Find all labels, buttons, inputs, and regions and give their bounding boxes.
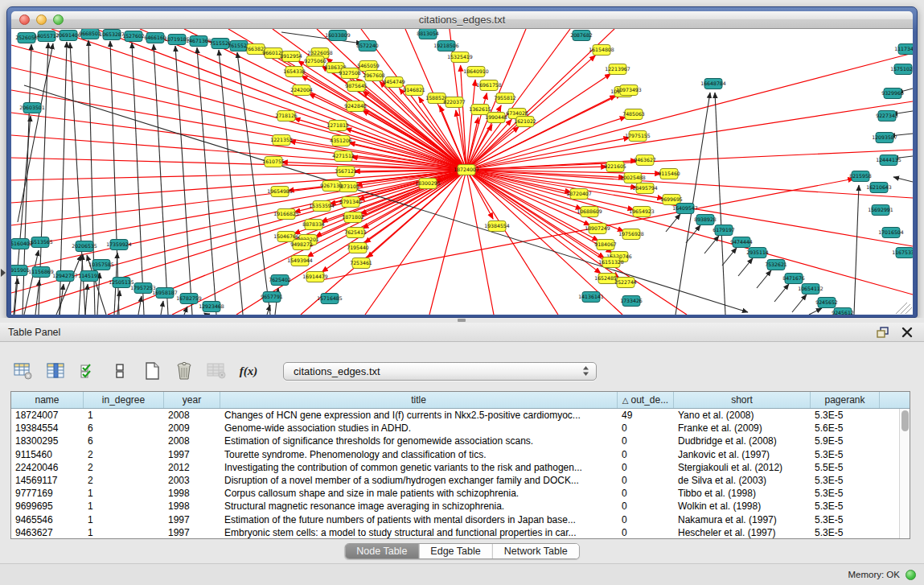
- graph-node[interactable]: 1871802: [342, 212, 364, 223]
- column-header-out_de[interactable]: △out_de...: [618, 392, 674, 408]
- graph-node[interactable]: 14136141: [578, 292, 604, 303]
- graph-node[interactable]: 19218506: [433, 41, 459, 51]
- graph-node[interactable]: 10654112: [798, 284, 823, 295]
- graph-node[interactable]: 4351206: [330, 136, 352, 146]
- column-header-title[interactable]: title: [220, 392, 618, 408]
- table-row[interactable]: 1938455462009Genome-wide association stu…: [11, 422, 910, 435]
- graph-node[interactable]: 1990448: [485, 113, 507, 123]
- graph-node[interactable]: 16961758: [476, 80, 502, 91]
- memory-status-indicator[interactable]: [906, 570, 916, 580]
- graph-node[interactable]: 9115460: [658, 169, 680, 179]
- window-titlebar[interactable]: citations_edges.txt: [11, 11, 913, 29]
- graph-node[interactable]: 1621022: [514, 117, 536, 127]
- graph-node[interactable]: 8791340: [339, 197, 362, 208]
- resize-grip[interactable]: [896, 303, 912, 314]
- table-select-dropdown[interactable]: citations_edges.txt: [283, 362, 597, 381]
- graph-node[interactable]: 15325419: [447, 52, 473, 63]
- function-builder-icon[interactable]: f(x): [238, 360, 259, 381]
- network-canvas[interactable]: 2526050140557172069140696685011065328715…: [11, 29, 913, 315]
- graph-node[interactable]: 15692991: [868, 205, 893, 216]
- graph-node[interactable]: 3567121: [335, 167, 357, 177]
- graph-node[interactable]: 9463627: [634, 155, 656, 166]
- graph-node[interactable]: 10688609: [577, 207, 602, 217]
- graph-node[interactable]: 9245652: [815, 298, 838, 308]
- graph-node[interactable]: 3915901: [11, 266, 30, 276]
- graph-node[interactable]: 18720407: [566, 189, 592, 200]
- table-row[interactable]: 1872400712008Changes of HCN gene express…: [11, 409, 910, 422]
- graph-node[interactable]: 9242848: [344, 101, 367, 112]
- table-row[interactable]: 969969511998Structural magnetic resonanc…: [11, 500, 910, 513]
- graph-node[interactable]: 20603501: [19, 103, 45, 113]
- graph-node[interactable]: 1654338: [283, 67, 306, 77]
- delete-column-trash-icon[interactable]: [174, 360, 195, 381]
- graph-node[interactable]: 9498272: [290, 240, 313, 250]
- graph-node[interactable]: 10357585: [88, 260, 114, 270]
- graph-node[interactable]: 12923468: [199, 302, 224, 312]
- graph-node[interactable]: 16648784: [700, 79, 726, 89]
- column-header-name[interactable]: name: [11, 392, 84, 408]
- graph-node[interactable]: 2522744: [614, 278, 637, 288]
- tab-edge-table[interactable]: Edge Table: [419, 544, 492, 558]
- graph-node[interactable]: 8938928: [694, 215, 717, 225]
- graph-node[interactable]: 8813054: [417, 29, 439, 39]
- vertical-scrollbar[interactable]: [899, 409, 910, 538]
- graph-node[interactable]: 18724007: [454, 165, 479, 175]
- table-mode-icon[interactable]: [13, 360, 34, 381]
- float-panel-icon[interactable]: [876, 326, 890, 339]
- graph-node[interactable]: 11173471: [894, 44, 913, 55]
- graph-node[interactable]: 15751024: [890, 64, 913, 75]
- graph-node[interactable]: 16409547: [672, 204, 698, 214]
- close-window-button[interactable]: [19, 14, 30, 25]
- graph-node[interactable]: 16033809: [325, 31, 351, 41]
- graph-node[interactable]: 4271512: [332, 151, 355, 162]
- table-row[interactable]: 946362711997Embryonic stem cells: a mode…: [11, 526, 910, 539]
- show-columns-icon[interactable]: [45, 360, 66, 381]
- graph-node[interactable]: 7955812: [494, 93, 516, 104]
- graph-node[interactable]: 18907249: [585, 224, 610, 234]
- graph-node[interactable]: 12942757: [52, 271, 78, 282]
- graph-node[interactable]: 9875645: [345, 81, 368, 92]
- graph-node[interactable]: 18300295: [415, 179, 441, 189]
- graph-node[interactable]: 10025488: [620, 173, 646, 183]
- graph-node[interactable]: 1733426: [620, 296, 643, 307]
- graph-node[interactable]: 2935114: [746, 248, 769, 258]
- graph-node[interactable]: 9329966: [881, 89, 904, 99]
- graph-node[interactable]: 25160403: [11, 239, 33, 249]
- graph-node[interactable]: 11675339: [892, 248, 913, 258]
- graph-node[interactable]: 18640910: [463, 67, 489, 77]
- graph-node[interactable]: 8215958: [849, 171, 872, 182]
- table-row[interactable]: 946554611997Estimation of the future num…: [11, 513, 910, 526]
- table-row[interactable]: 2242004622012Investigating the contribut…: [11, 461, 910, 474]
- graph-node[interactable]: 2967608: [363, 71, 385, 81]
- table-row[interactable]: 1456911722003Disruption of a novel membe…: [11, 474, 910, 487]
- graph-node[interactable]: 6179197: [713, 225, 735, 236]
- graph-node[interactable]: 7253461: [350, 258, 372, 269]
- graph-node[interactable]: 9474444: [730, 237, 753, 248]
- graph-node[interactable]: 2242004: [290, 85, 313, 96]
- graph-node[interactable]: 9221605: [604, 162, 626, 172]
- graph-node[interactable]: 9184067: [594, 240, 617, 250]
- graph-node[interactable]: 12093587: [872, 133, 897, 143]
- graph-node[interactable]: 9245612: [832, 308, 854, 315]
- graph-node[interactable]: 8220377: [443, 97, 466, 108]
- graph-node[interactable]: 19384554: [484, 221, 510, 232]
- column-header-in_degree[interactable]: in_degree: [84, 392, 164, 408]
- graph-node[interactable]: 5465059: [357, 61, 380, 72]
- graph-node[interactable]: 9275060: [304, 56, 326, 67]
- graph-node[interactable]: 15716485: [317, 294, 343, 304]
- graph-node[interactable]: 1271813: [326, 121, 349, 131]
- graph-node[interactable]: 2087682: [570, 31, 593, 41]
- graph-node[interactable]: 8471676: [782, 274, 805, 284]
- graph-node[interactable]: 14671368: [186, 36, 211, 47]
- graph-node[interactable]: 9327508: [339, 68, 361, 79]
- graph-node[interactable]: 12444135: [876, 155, 901, 166]
- graph-node[interactable]: 19166825: [273, 209, 299, 220]
- graph-node[interactable]: 8572240: [356, 41, 379, 51]
- scrollbar-thumb[interactable]: [901, 410, 909, 431]
- graph-node[interactable]: 1221353: [270, 135, 293, 146]
- minimize-window-button[interactable]: [36, 14, 47, 25]
- close-panel-icon[interactable]: [901, 327, 913, 338]
- graph-node[interactable]: 9146821: [403, 85, 425, 96]
- graph-node[interactable]: 7195440: [347, 243, 369, 253]
- graph-node[interactable]: 19756928: [618, 229, 644, 240]
